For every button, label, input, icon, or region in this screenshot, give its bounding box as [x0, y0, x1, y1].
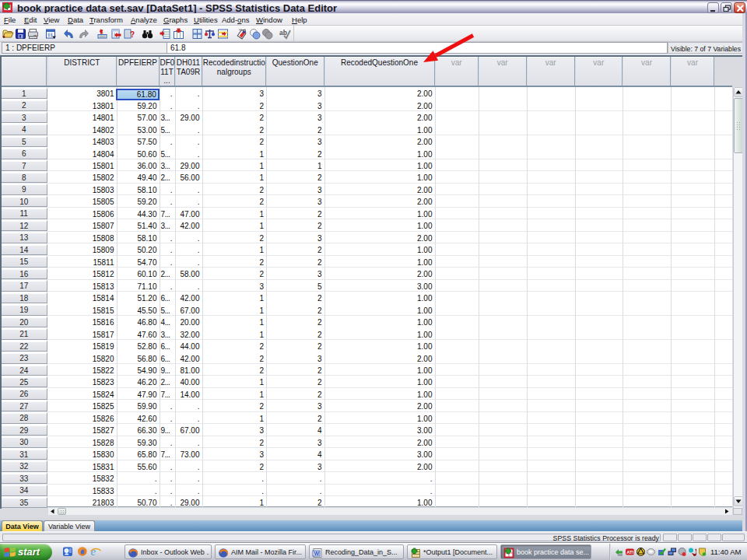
svg-text:ATI: ATI	[626, 550, 634, 555]
svg-text:W: W	[314, 551, 320, 556]
svg-text:e: e	[91, 546, 96, 557]
